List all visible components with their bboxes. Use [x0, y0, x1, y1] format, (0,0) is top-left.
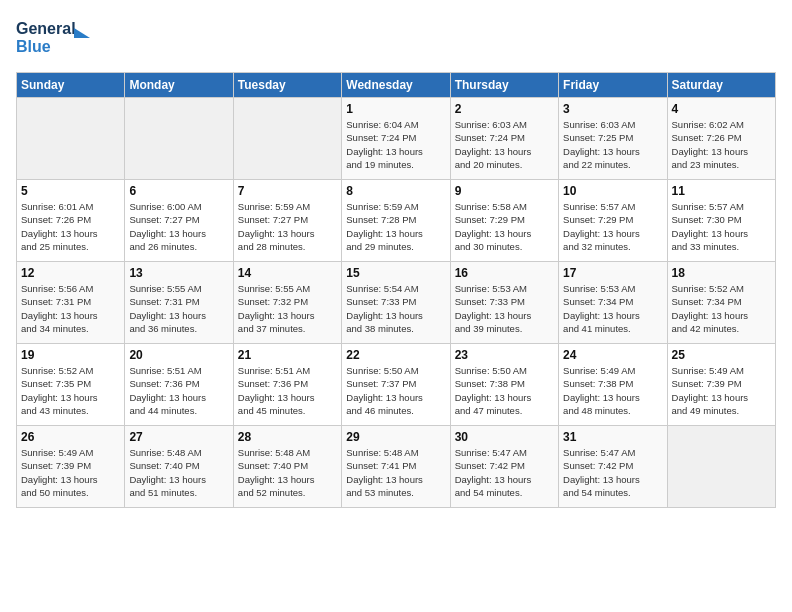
- day-info: Sunrise: 5:50 AM Sunset: 7:37 PM Dayligh…: [346, 364, 445, 417]
- day-info: Sunrise: 5:58 AM Sunset: 7:29 PM Dayligh…: [455, 200, 554, 253]
- day-info: Sunrise: 6:02 AM Sunset: 7:26 PM Dayligh…: [672, 118, 771, 171]
- day-info: Sunrise: 5:48 AM Sunset: 7:41 PM Dayligh…: [346, 446, 445, 499]
- weekday-header-friday: Friday: [559, 73, 667, 98]
- calendar-cell: 6Sunrise: 6:00 AM Sunset: 7:27 PM Daylig…: [125, 180, 233, 262]
- calendar-week-row: 26Sunrise: 5:49 AM Sunset: 7:39 PM Dayli…: [17, 426, 776, 508]
- day-info: Sunrise: 5:56 AM Sunset: 7:31 PM Dayligh…: [21, 282, 120, 335]
- day-number: 4: [672, 102, 771, 116]
- weekday-header-sunday: Sunday: [17, 73, 125, 98]
- calendar-header: SundayMondayTuesdayWednesdayThursdayFrid…: [17, 73, 776, 98]
- day-info: Sunrise: 5:53 AM Sunset: 7:34 PM Dayligh…: [563, 282, 662, 335]
- calendar-cell: 27Sunrise: 5:48 AM Sunset: 7:40 PM Dayli…: [125, 426, 233, 508]
- weekday-header-thursday: Thursday: [450, 73, 558, 98]
- day-info: Sunrise: 6:01 AM Sunset: 7:26 PM Dayligh…: [21, 200, 120, 253]
- svg-text:General: General: [16, 20, 76, 37]
- day-number: 30: [455, 430, 554, 444]
- day-number: 20: [129, 348, 228, 362]
- logo: GeneralBlue: [16, 16, 96, 60]
- calendar-cell: 30Sunrise: 5:47 AM Sunset: 7:42 PM Dayli…: [450, 426, 558, 508]
- calendar-cell: [667, 426, 775, 508]
- day-number: 13: [129, 266, 228, 280]
- day-number: 24: [563, 348, 662, 362]
- day-number: 2: [455, 102, 554, 116]
- day-number: 10: [563, 184, 662, 198]
- calendar-week-row: 19Sunrise: 5:52 AM Sunset: 7:35 PM Dayli…: [17, 344, 776, 426]
- day-info: Sunrise: 5:59 AM Sunset: 7:27 PM Dayligh…: [238, 200, 337, 253]
- day-info: Sunrise: 5:51 AM Sunset: 7:36 PM Dayligh…: [129, 364, 228, 417]
- calendar-cell: 18Sunrise: 5:52 AM Sunset: 7:34 PM Dayli…: [667, 262, 775, 344]
- weekday-header-row: SundayMondayTuesdayWednesdayThursdayFrid…: [17, 73, 776, 98]
- calendar-cell: 4Sunrise: 6:02 AM Sunset: 7:26 PM Daylig…: [667, 98, 775, 180]
- calendar-cell: 16Sunrise: 5:53 AM Sunset: 7:33 PM Dayli…: [450, 262, 558, 344]
- calendar-week-row: 5Sunrise: 6:01 AM Sunset: 7:26 PM Daylig…: [17, 180, 776, 262]
- day-number: 1: [346, 102, 445, 116]
- calendar-cell: [17, 98, 125, 180]
- calendar-cell: 11Sunrise: 5:57 AM Sunset: 7:30 PM Dayli…: [667, 180, 775, 262]
- calendar-table: SundayMondayTuesdayWednesdayThursdayFrid…: [16, 72, 776, 508]
- calendar-cell: 14Sunrise: 5:55 AM Sunset: 7:32 PM Dayli…: [233, 262, 341, 344]
- calendar-cell: 25Sunrise: 5:49 AM Sunset: 7:39 PM Dayli…: [667, 344, 775, 426]
- calendar-week-row: 12Sunrise: 5:56 AM Sunset: 7:31 PM Dayli…: [17, 262, 776, 344]
- calendar-cell: [233, 98, 341, 180]
- day-info: Sunrise: 5:47 AM Sunset: 7:42 PM Dayligh…: [563, 446, 662, 499]
- day-info: Sunrise: 5:52 AM Sunset: 7:35 PM Dayligh…: [21, 364, 120, 417]
- calendar-cell: [125, 98, 233, 180]
- calendar-cell: 12Sunrise: 5:56 AM Sunset: 7:31 PM Dayli…: [17, 262, 125, 344]
- day-info: Sunrise: 5:49 AM Sunset: 7:39 PM Dayligh…: [21, 446, 120, 499]
- day-number: 3: [563, 102, 662, 116]
- calendar-cell: 22Sunrise: 5:50 AM Sunset: 7:37 PM Dayli…: [342, 344, 450, 426]
- day-number: 5: [21, 184, 120, 198]
- day-number: 22: [346, 348, 445, 362]
- calendar-cell: 9Sunrise: 5:58 AM Sunset: 7:29 PM Daylig…: [450, 180, 558, 262]
- logo-svg: GeneralBlue: [16, 16, 96, 60]
- day-info: Sunrise: 5:48 AM Sunset: 7:40 PM Dayligh…: [238, 446, 337, 499]
- weekday-header-tuesday: Tuesday: [233, 73, 341, 98]
- day-number: 27: [129, 430, 228, 444]
- day-info: Sunrise: 5:51 AM Sunset: 7:36 PM Dayligh…: [238, 364, 337, 417]
- day-info: Sunrise: 5:47 AM Sunset: 7:42 PM Dayligh…: [455, 446, 554, 499]
- calendar-cell: 28Sunrise: 5:48 AM Sunset: 7:40 PM Dayli…: [233, 426, 341, 508]
- day-info: Sunrise: 5:55 AM Sunset: 7:32 PM Dayligh…: [238, 282, 337, 335]
- day-number: 16: [455, 266, 554, 280]
- calendar-cell: 10Sunrise: 5:57 AM Sunset: 7:29 PM Dayli…: [559, 180, 667, 262]
- calendar-cell: 31Sunrise: 5:47 AM Sunset: 7:42 PM Dayli…: [559, 426, 667, 508]
- day-number: 7: [238, 184, 337, 198]
- calendar-cell: 17Sunrise: 5:53 AM Sunset: 7:34 PM Dayli…: [559, 262, 667, 344]
- day-info: Sunrise: 5:50 AM Sunset: 7:38 PM Dayligh…: [455, 364, 554, 417]
- calendar-cell: 29Sunrise: 5:48 AM Sunset: 7:41 PM Dayli…: [342, 426, 450, 508]
- day-info: Sunrise: 5:54 AM Sunset: 7:33 PM Dayligh…: [346, 282, 445, 335]
- calendar-cell: 1Sunrise: 6:04 AM Sunset: 7:24 PM Daylig…: [342, 98, 450, 180]
- day-info: Sunrise: 5:57 AM Sunset: 7:30 PM Dayligh…: [672, 200, 771, 253]
- day-info: Sunrise: 6:00 AM Sunset: 7:27 PM Dayligh…: [129, 200, 228, 253]
- day-info: Sunrise: 5:52 AM Sunset: 7:34 PM Dayligh…: [672, 282, 771, 335]
- day-info: Sunrise: 6:04 AM Sunset: 7:24 PM Dayligh…: [346, 118, 445, 171]
- day-info: Sunrise: 5:53 AM Sunset: 7:33 PM Dayligh…: [455, 282, 554, 335]
- page-header: GeneralBlue: [16, 16, 776, 60]
- calendar-cell: 5Sunrise: 6:01 AM Sunset: 7:26 PM Daylig…: [17, 180, 125, 262]
- day-number: 19: [21, 348, 120, 362]
- calendar-cell: 21Sunrise: 5:51 AM Sunset: 7:36 PM Dayli…: [233, 344, 341, 426]
- day-info: Sunrise: 5:48 AM Sunset: 7:40 PM Dayligh…: [129, 446, 228, 499]
- calendar-body: 1Sunrise: 6:04 AM Sunset: 7:24 PM Daylig…: [17, 98, 776, 508]
- calendar-cell: 19Sunrise: 5:52 AM Sunset: 7:35 PM Dayli…: [17, 344, 125, 426]
- day-number: 25: [672, 348, 771, 362]
- day-number: 12: [21, 266, 120, 280]
- day-number: 15: [346, 266, 445, 280]
- day-number: 18: [672, 266, 771, 280]
- day-number: 17: [563, 266, 662, 280]
- calendar-cell: 8Sunrise: 5:59 AM Sunset: 7:28 PM Daylig…: [342, 180, 450, 262]
- calendar-cell: 7Sunrise: 5:59 AM Sunset: 7:27 PM Daylig…: [233, 180, 341, 262]
- day-number: 8: [346, 184, 445, 198]
- day-number: 9: [455, 184, 554, 198]
- day-number: 6: [129, 184, 228, 198]
- calendar-cell: 13Sunrise: 5:55 AM Sunset: 7:31 PM Dayli…: [125, 262, 233, 344]
- calendar-cell: 24Sunrise: 5:49 AM Sunset: 7:38 PM Dayli…: [559, 344, 667, 426]
- calendar-cell: 26Sunrise: 5:49 AM Sunset: 7:39 PM Dayli…: [17, 426, 125, 508]
- day-info: Sunrise: 5:55 AM Sunset: 7:31 PM Dayligh…: [129, 282, 228, 335]
- calendar-cell: 23Sunrise: 5:50 AM Sunset: 7:38 PM Dayli…: [450, 344, 558, 426]
- day-number: 11: [672, 184, 771, 198]
- day-info: Sunrise: 5:49 AM Sunset: 7:38 PM Dayligh…: [563, 364, 662, 417]
- day-info: Sunrise: 6:03 AM Sunset: 7:25 PM Dayligh…: [563, 118, 662, 171]
- calendar-week-row: 1Sunrise: 6:04 AM Sunset: 7:24 PM Daylig…: [17, 98, 776, 180]
- calendar-cell: 2Sunrise: 6:03 AM Sunset: 7:24 PM Daylig…: [450, 98, 558, 180]
